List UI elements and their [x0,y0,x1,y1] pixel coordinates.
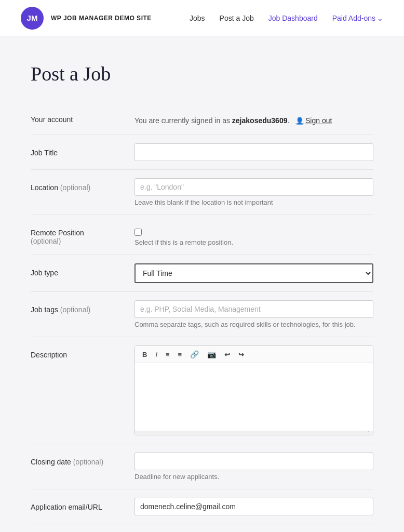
divider-4 [31,255,373,255]
sign-out-link[interactable]: 👤 Sign out [295,115,332,126]
description-label: Description [31,345,134,435]
post-job-form: Your account You are currently signed in… [31,106,373,532]
divider-7 [31,444,373,444]
list-ordered-button[interactable]: ≡ [176,350,184,360]
divider-6 [31,337,373,337]
remote-field: Select if this is a remote position. [134,223,373,246]
location-label: Location (optional) [31,178,134,206]
app-email-label: Application email/URL [31,498,134,515]
app-email-field [134,498,373,515]
app-email-input[interactable] [134,498,373,515]
image-button[interactable]: 📷 [205,349,218,360]
divider-3 [31,215,373,215]
account-text: You are currently signed in as zejakosed… [134,110,373,126]
account-row: Your account You are currently signed in… [31,106,373,130]
closing-date-hint: Deadline for new applicants. [134,473,373,481]
remote-checkbox[interactable] [134,229,142,236]
location-row: Location (optional) Leave this blank if … [31,174,373,210]
nav-jobs[interactable]: Jobs [190,14,205,22]
undo-button[interactable]: ↩ [222,350,232,360]
site-header: JM WP JOB MANAGER DEMO SITE Jobs Post a … [0,0,404,36]
job-tags-hint: Comma separate tags, such as required sk… [134,321,373,328]
location-hint: Leave this blank if the location is not … [134,198,373,206]
description-row: Description B I ≡ ≡ 🔗 📷 ↩ ↪ ⋮ [31,341,373,440]
editor-content-area[interactable] [135,363,373,431]
header-logo-area: JM WP JOB MANAGER DEMO SITE [21,7,152,30]
rich-text-editor: B I ≡ ≡ 🔗 📷 ↩ ↪ ⋮ [134,345,373,435]
site-title: WP JOB MANAGER DEMO SITE [51,15,152,22]
location-field: Leave this blank if the location is not … [134,178,373,206]
closing-date-input[interactable] [134,453,373,470]
divider-9 [31,524,373,524]
logo-initials: JM [27,14,38,22]
job-tags-field: Comma separate tags, such as required sk… [134,300,373,328]
job-tags-input[interactable] [134,300,373,318]
account-label: Your account [31,110,134,126]
logo-circle: JM [21,7,44,30]
account-field: You are currently signed in as zejakosed… [134,110,373,126]
nav-post-job[interactable]: Post a Job [220,14,254,22]
app-email-row: Application email/URL [31,494,373,520]
job-type-select[interactable]: Full Time Part Time Freelance Temporary … [134,263,373,283]
nav-job-dashboard[interactable]: Job Dashboard [268,14,318,22]
list-unordered-button[interactable]: ≡ [164,350,172,360]
location-input[interactable] [134,178,373,196]
closing-date-row: Closing date (optional) Deadline for new… [31,448,373,485]
main-content: Post a Job Your account You are currentl… [15,36,389,532]
page-title: Post a Job [31,62,373,85]
description-field: B I ≡ ≡ 🔗 📷 ↩ ↪ ⋮ [134,345,373,435]
remote-label: Remote Position (optional) [31,223,134,246]
divider-2 [31,169,373,170]
job-title-field [134,143,373,161]
remote-hint: Select if this is a remote position. [134,238,373,246]
divider-8 [31,489,373,489]
job-type-row: Job type Full Time Part Time Freelance T… [31,259,373,287]
closing-date-field: Deadline for new applicants. [134,453,373,481]
job-type-field: Full Time Part Time Freelance Temporary … [134,263,373,283]
closing-date-label: Closing date (optional) [31,453,134,481]
redo-button[interactable]: ↪ [236,350,246,360]
nav-paid-addons[interactable]: Paid Add-ons ⌄ [332,14,383,22]
divider-1 [31,135,373,135]
editor-resize-handle[interactable]: ⋮ [135,431,373,435]
main-nav: Jobs Post a Job Job Dashboard Paid Add-o… [190,14,383,22]
link-button[interactable]: 🔗 [188,349,201,360]
bold-button[interactable]: B [140,350,149,360]
remote-checkbox-row [134,223,373,236]
job-tags-row: Job tags (optional) Comma separate tags,… [31,296,373,332]
job-type-label: Job type [31,263,134,283]
divider-5 [31,291,373,292]
job-title-label: Job Title [31,143,134,161]
user-icon: 👤 [295,116,304,126]
italic-button[interactable]: I [153,350,159,360]
job-title-input[interactable] [134,143,373,161]
remote-row: Remote Position (optional) Select if thi… [31,219,373,250]
account-username: zejakosedu3609 [232,116,288,125]
job-title-row: Job Title [31,139,373,165]
editor-toolbar: B I ≡ ≡ 🔗 📷 ↩ ↪ [135,346,373,363]
resize-icon: ⋮ [366,431,371,435]
chevron-down-icon: ⌄ [377,14,383,22]
job-tags-label: Job tags (optional) [31,300,134,328]
